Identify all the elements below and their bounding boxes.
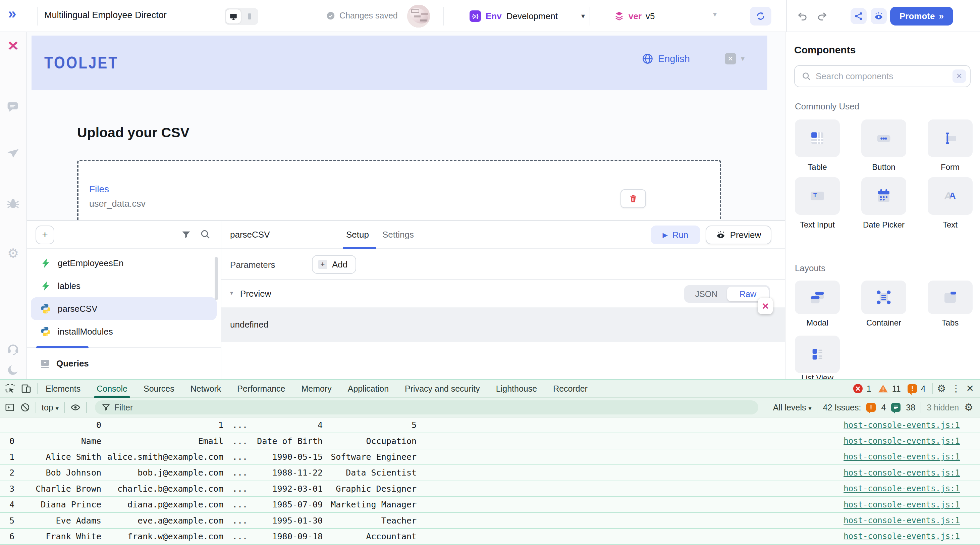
console-cell: 2 [10, 468, 27, 478]
preview-app-button[interactable] [871, 8, 887, 24]
python-icon [40, 303, 51, 314]
desktop-view-button[interactable] [226, 10, 241, 24]
devtools-tab-network[interactable]: Network [183, 379, 229, 398]
query-list-item[interactable]: lables [31, 274, 217, 297]
devtools-tab-elements[interactable]: Elements [38, 379, 89, 398]
devtools-tab-privacy[interactable]: Privacy and security [397, 379, 488, 398]
clear-selection-icon[interactable]: ✕ [725, 53, 736, 64]
source-link[interactable]: host-console-events.js:1 [843, 516, 960, 525]
avatar[interactable] [407, 5, 430, 27]
tab-setup[interactable]: Setup [346, 229, 369, 240]
collapse-triangle-icon[interactable]: ▾ [230, 290, 233, 296]
toggle-json[interactable]: JSON [686, 287, 727, 301]
filter-icon[interactable] [181, 229, 191, 240]
clear-console-icon[interactable] [20, 402, 30, 413]
devtools-tab-application[interactable]: Application [340, 379, 397, 398]
devtools-settings-gear-icon[interactable]: ⚙ [937, 384, 946, 394]
error-badge-icon[interactable] [853, 384, 862, 393]
component-card-date-picker[interactable] [861, 177, 906, 215]
devtools-tab-sources[interactable]: Sources [135, 379, 183, 398]
query-list-item-selected[interactable]: parseCSV [31, 297, 217, 320]
clear-search-icon[interactable]: ✕ [953, 70, 966, 83]
redo-button[interactable] [815, 10, 830, 23]
mobile-view-button[interactable] [242, 10, 257, 24]
language-select[interactable]: English ✕ ▾ [642, 53, 745, 64]
component-card-form[interactable] [928, 120, 973, 157]
component-card-list-view[interactable] [795, 336, 840, 373]
files-label: Files [89, 184, 109, 194]
log-levels-selector[interactable]: All levels ▾ [773, 403, 811, 413]
version-select[interactable]: ver v5 [614, 8, 655, 24]
source-link[interactable]: host-console-events.js:1 [843, 436, 960, 446]
environment-select[interactable]: {x} Env Development ▾ [469, 8, 585, 24]
add-query-button[interactable]: + [35, 226, 54, 244]
devtools-tab-memory[interactable]: Memory [293, 379, 339, 398]
queries-footer-tab[interactable]: Queries [27, 347, 221, 379]
preview-query-button[interactable]: Preview [706, 226, 772, 244]
console-cell: ... [223, 452, 248, 462]
console-sidebar-icon[interactable] [5, 402, 15, 413]
source-link[interactable]: host-console-events.js:1 [843, 500, 960, 510]
component-card-button[interactable] [861, 120, 906, 157]
inspector-comment-icon[interactable] [6, 101, 20, 113]
share-button[interactable] [851, 8, 867, 24]
console-cell: 0 [27, 420, 101, 430]
devtools-tab-lighthouse[interactable]: Lighthouse [488, 379, 545, 398]
settings-gear-icon[interactable]: ⚙ [7, 247, 19, 260]
more-options-icon[interactable]: ⋮ [950, 384, 962, 393]
promote-button[interactable]: Promote » [890, 7, 953, 25]
console-cell: Alice Smith [27, 452, 101, 462]
sync-button[interactable] [750, 7, 772, 25]
language-chevron-icon[interactable]: ▾ [741, 55, 745, 62]
support-headset-icon[interactable] [6, 342, 20, 355]
devtools-tab-performance[interactable]: Performance [229, 379, 293, 398]
source-link[interactable]: host-console-events.js:1 [843, 468, 960, 478]
console-settings-gear-icon[interactable]: ⚙ [964, 402, 973, 413]
console-table-row: 0 1 ... 4 5 host-console-events.js:1 [0, 418, 980, 433]
add-parameter-button[interactable]: + Add [312, 255, 356, 274]
dark-mode-moon-icon[interactable] [7, 364, 19, 376]
issues-summary-label[interactable]: 42 Issues: [823, 403, 861, 413]
source-link[interactable]: host-console-events.js:1 [843, 532, 960, 541]
bug-icon[interactable] [6, 197, 20, 210]
floating-x-logo-icon[interactable] [758, 298, 773, 314]
source-link[interactable]: host-console-events.js:1 [843, 452, 960, 461]
query-list-item[interactable]: installModules [31, 320, 217, 343]
component-card-text[interactable]: AA [928, 177, 973, 215]
divider [35, 402, 36, 413]
inspect-element-icon[interactable] [5, 383, 16, 394]
scrollbar[interactable] [215, 257, 218, 300]
source-link[interactable]: host-console-events.js:1 [843, 484, 960, 493]
component-card-modal[interactable] [795, 280, 840, 314]
tab-settings[interactable]: Settings [382, 229, 414, 240]
issues-badge-icon[interactable] [908, 384, 917, 393]
component-card-tabs[interactable] [928, 280, 973, 314]
app-title-input[interactable]: Multilingual Employee Director [44, 10, 173, 21]
version-chevron-icon[interactable]: ▾ [713, 11, 717, 18]
debugger-send-icon[interactable] [6, 148, 20, 159]
context-selector[interactable]: top ▾ [41, 403, 59, 413]
devtools-tab-console[interactable]: Console [89, 379, 135, 398]
search-icon[interactable] [200, 229, 211, 240]
device-toolbar-icon[interactable] [21, 383, 32, 394]
divider [590, 7, 590, 25]
live-expression-eye-icon[interactable] [70, 402, 81, 413]
console-cell: bob.j@example.com [101, 468, 223, 478]
component-card-text-input[interactable]: T_ [795, 177, 840, 215]
devtools-tab-recorder[interactable]: Recorder [545, 379, 596, 398]
component-card-table[interactable] [795, 120, 840, 157]
undo-button[interactable] [795, 10, 810, 23]
component-search-box: ✕ [794, 65, 970, 87]
warning-badge-icon[interactable] [878, 384, 888, 393]
pages-icon[interactable] [6, 39, 20, 53]
component-card-container[interactable] [861, 280, 906, 314]
console-filter-input[interactable] [115, 403, 752, 413]
source-link[interactable]: host-console-events.js:1 [843, 421, 960, 430]
close-devtools-icon[interactable]: ✕ [966, 384, 974, 393]
search-components-input[interactable] [816, 71, 948, 81]
query-list-item[interactable]: getEmployeesEn [31, 252, 217, 274]
hidden-messages-label[interactable]: 3 hidden [927, 403, 959, 413]
tooljet-logo-icon[interactable]: » [8, 6, 15, 21]
delete-file-button[interactable] [620, 189, 646, 208]
run-query-button[interactable]: ▶ Run [651, 226, 700, 244]
